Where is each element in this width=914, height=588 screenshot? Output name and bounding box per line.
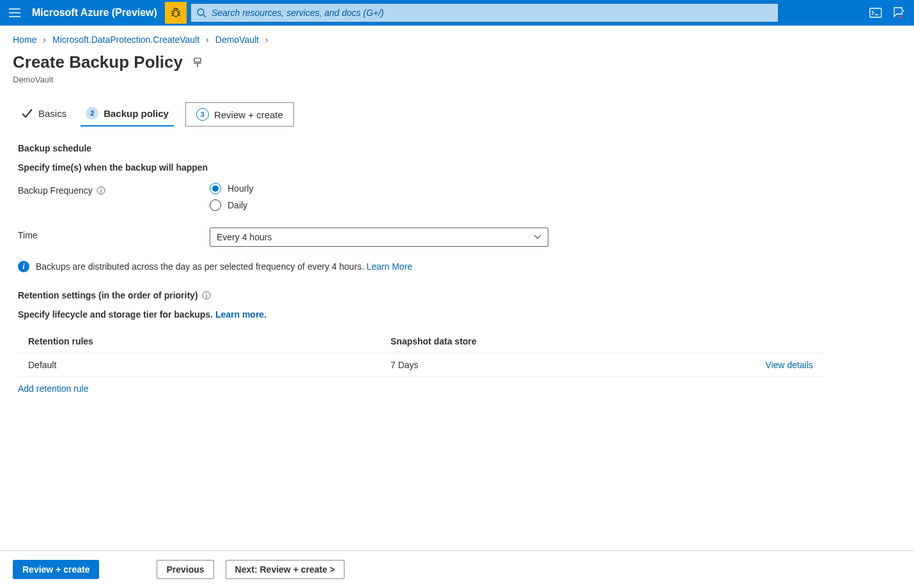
footer: Review + create Previous Next: Review + … xyxy=(0,550,914,588)
learn-more-link[interactable]: Learn More xyxy=(367,261,413,272)
info-icon[interactable] xyxy=(202,291,211,300)
info-row: i Backups are distributed across the day… xyxy=(18,261,896,272)
svg-point-0 xyxy=(173,10,178,17)
tabs: Basics 2 Backup policy 3 Review + create xyxy=(0,84,914,127)
search-icon xyxy=(196,8,206,18)
search-field[interactable] xyxy=(212,8,773,18)
topbar: Microsoft Azure (Preview) xyxy=(0,0,914,26)
schedule-heading: Backup schedule xyxy=(18,143,896,153)
freq-label: Backup Frequency xyxy=(18,185,93,196)
content: Backup schedule Specify time(s) when the… xyxy=(0,127,914,550)
svg-point-1 xyxy=(198,9,204,15)
chevron-down-icon xyxy=(534,235,541,240)
previous-button[interactable]: Previous xyxy=(157,560,213,579)
search-input[interactable] xyxy=(190,3,778,22)
time-select[interactable]: Every 4 hours xyxy=(210,228,548,247)
bug-icon[interactable] xyxy=(165,2,187,24)
retention-heading: Retention settings (in the order of prio… xyxy=(18,290,198,300)
retention-table: Retention rules Snapshot data store Defa… xyxy=(18,330,823,377)
svg-point-7 xyxy=(206,293,207,294)
info-text: Backups are distributed across the day a… xyxy=(36,261,364,272)
view-details-link[interactable]: View details xyxy=(766,360,813,370)
chevron-right-icon: › xyxy=(265,35,268,45)
tab-backup-policy[interactable]: 2 Backup policy xyxy=(83,103,171,126)
check-icon xyxy=(20,107,33,120)
menu-icon[interactable] xyxy=(4,2,26,24)
search-wrap xyxy=(190,3,856,22)
time-label: Time xyxy=(18,228,210,240)
brand-label: Microsoft Azure (Preview) xyxy=(32,7,157,19)
time-select-value: Every 4 hours xyxy=(217,232,272,242)
breadcrumb-demovault[interactable]: DemoVault xyxy=(215,35,259,45)
next-button[interactable]: Next: Review + create > xyxy=(226,560,345,579)
page-title: Create Backup Policy xyxy=(13,52,183,72)
info-icon[interactable] xyxy=(97,186,105,195)
step-2-badge: 2 xyxy=(86,107,98,120)
breadcrumb-home[interactable]: Home xyxy=(13,35,36,45)
row-name: Default xyxy=(18,353,380,377)
tab-review-create[interactable]: 3 Review + create xyxy=(185,102,294,127)
svg-rect-3 xyxy=(194,58,201,62)
radio-dot-icon xyxy=(210,199,221,211)
col-store: Snapshot data store xyxy=(380,330,721,353)
tab-basics[interactable]: Basics xyxy=(18,103,69,126)
page-header: Create Backup Policy DemoVault xyxy=(0,47,914,84)
review-create-button[interactable]: Review + create xyxy=(13,560,99,579)
radio-dot-icon xyxy=(210,183,221,194)
col-rules: Retention rules xyxy=(18,330,380,353)
chevron-right-icon: › xyxy=(43,35,46,45)
freq-label-wrap: Backup Frequency xyxy=(18,183,210,196)
freq-radio-group: Hourly Daily xyxy=(210,183,253,211)
retention-learn-more-link[interactable]: Learn more. xyxy=(215,309,267,320)
svg-point-5 xyxy=(100,188,102,189)
page-subtitle: DemoVault xyxy=(13,75,901,84)
feedback-icon[interactable] xyxy=(887,1,910,24)
breadcrumb: Home › Microsoft.DataProtection.CreateVa… xyxy=(0,26,914,47)
table-row: Default 7 Days View details xyxy=(18,353,823,377)
row-value: 7 Days xyxy=(380,353,721,377)
add-retention-rule-link[interactable]: Add retention rule xyxy=(18,383,89,394)
cloud-shell-icon[interactable] xyxy=(864,1,887,24)
tab-basics-label: Basics xyxy=(38,108,66,119)
radio-hourly-label: Hourly xyxy=(228,183,253,194)
radio-daily[interactable]: Daily xyxy=(210,199,253,211)
tab-review-label: Review + create xyxy=(214,109,283,120)
radio-daily-label: Daily xyxy=(228,200,247,210)
pin-icon[interactable] xyxy=(192,57,203,68)
tab-backup-policy-label: Backup policy xyxy=(104,108,169,119)
svg-rect-2 xyxy=(870,8,881,17)
breadcrumb-createvault[interactable]: Microsoft.DataProtection.CreateVault xyxy=(52,35,199,45)
retention-sub: Specify lifecycle and storage tier for b… xyxy=(18,309,213,320)
chevron-right-icon: › xyxy=(206,35,209,45)
radio-hourly[interactable]: Hourly xyxy=(210,183,253,194)
info-badge-icon: i xyxy=(18,261,29,272)
step-3-badge: 3 xyxy=(196,108,209,121)
schedule-sub: Specify time(s) when the backup will hap… xyxy=(18,162,896,173)
